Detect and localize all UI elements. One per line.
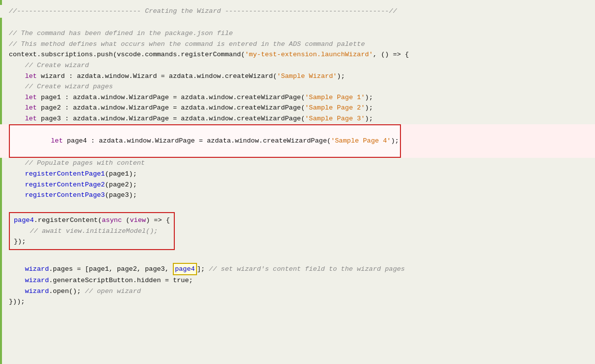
code-line-await: // await view.initializeModel();: [14, 226, 170, 237]
empty-line-3: [0, 252, 595, 263]
separator-text: //------------------------------- Creati…: [9, 6, 397, 17]
comment-line-populate: // Populate pages with content: [0, 158, 595, 169]
comment-line-1: // The command has been defined in the p…: [0, 28, 595, 39]
page4-inline-yellow-box: page4: [173, 263, 197, 276]
code-line-wizard: let wizard : azdata.window.Wizard = azda…: [0, 71, 595, 82]
comment-line-create-wizard: // Create wizard: [0, 60, 595, 71]
register-content-block: page4.registerContent(async (view) => { …: [9, 212, 175, 250]
empty-line-1: [0, 18, 595, 29]
code-line-page3: let page3 : azdata.window.WizardPage = a…: [0, 113, 595, 124]
code-line-closing: }));: [0, 296, 595, 307]
empty-line-2: [0, 201, 595, 212]
code-line-subscriptions: context.subscriptions.push(vscode.comman…: [0, 49, 595, 60]
comment-line-wizard-pages: // Create wizard pages: [0, 81, 595, 92]
comment-line-2: // This method defines what occurs when …: [0, 39, 595, 50]
code-line-page4: let page4 : azdata.window.WizardPage = a…: [0, 124, 595, 158]
code-line-generate-script: wizard.generateScriptButton.hidden = tru…: [0, 275, 595, 286]
code-line-wizard-open: wizard.open(); // open wizard: [0, 286, 595, 297]
code-line-register3: registerContentPage3(page3);: [0, 190, 595, 201]
code-line-page1: let page1 : azdata.window.WizardPage = a…: [0, 92, 595, 103]
page4-declaration-box: let page4 : azdata.window.WizardPage = a…: [9, 124, 401, 158]
code-container: //------------------------------- Creati…: [0, 0, 595, 364]
code-line-wizard-pages: wizard.pages = [page1, page2, page3, pag…: [0, 263, 595, 276]
code-line-page2: let page2 : azdata.window.WizardPage = a…: [0, 103, 595, 113]
comment-2-text: // This method defines what occurs when …: [9, 39, 365, 50]
comment-1-text: // The command has been defined in the p…: [9, 28, 233, 39]
separator-line: //------------------------------- Creati…: [0, 5, 595, 18]
code-line-close-block: });: [14, 236, 170, 247]
code-line-register1: registerContentPage1(page1);: [0, 169, 595, 180]
code-line-register2: registerContentPage2(page2);: [0, 180, 595, 190]
code-line-page4-register: page4.registerContent(async (view) => {: [14, 215, 170, 226]
